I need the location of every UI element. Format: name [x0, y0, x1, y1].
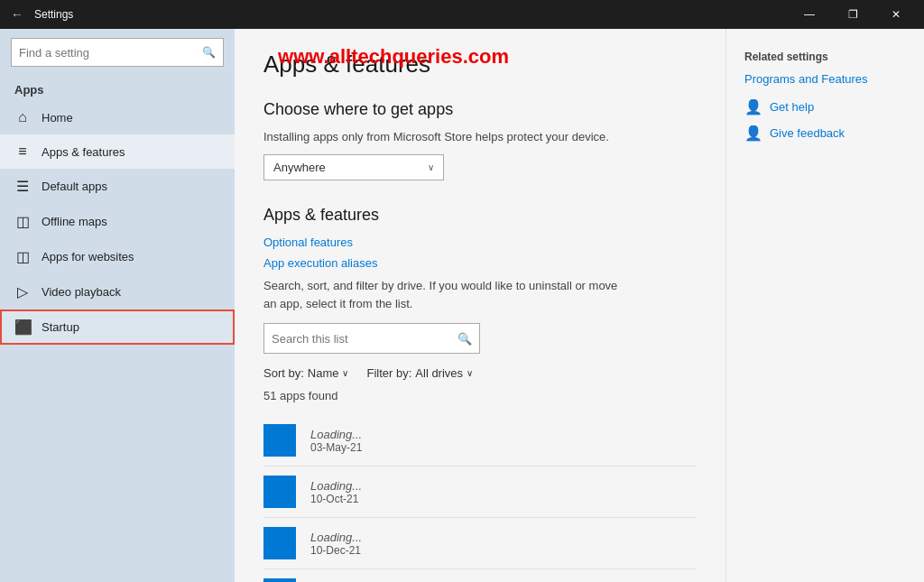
sidebar-item-video-playback-label: Video playback	[42, 285, 121, 299]
app-name-2: Loading...	[310, 479, 697, 493]
app-list: Loading... 03-May-21 Loading... 10-Oct-2…	[263, 415, 697, 582]
app-icon-1	[263, 424, 296, 457]
sidebar-item-apps-websites[interactable]: ◫ Apps for websites	[0, 239, 235, 274]
home-icon: ⌂	[14, 109, 31, 125]
close-button[interactable]: ✕	[875, 0, 917, 29]
app-icon-4	[263, 578, 296, 582]
filter-label: Filter by:	[366, 366, 411, 380]
startup-icon: ⬛	[14, 319, 31, 336]
table-row[interactable]: Loading... 10-Dec-21	[263, 518, 697, 569]
restore-button[interactable]: ❐	[832, 0, 873, 29]
title-bar-title: Settings	[34, 8, 73, 21]
sidebar-item-offline-maps-label: Offline maps	[42, 215, 107, 228]
apps-features-section-title: Apps & features	[263, 206, 697, 225]
sidebar-item-video-playback[interactable]: ▷ Video playback	[0, 274, 235, 309]
sidebar-search-icon: 🔍	[202, 46, 216, 59]
sidebar: 🔍 Apps ⌂ Home ≡ Apps & features ☰ Defaul…	[0, 29, 235, 582]
sort-by-control[interactable]: Sort by: Name ∨	[263, 366, 348, 380]
choose-description: Installing apps only from Microsoft Stor…	[263, 130, 697, 143]
apps-features-icon: ≡	[14, 143, 31, 160]
app-name-3: Loading...	[310, 531, 697, 544]
app-date-3: 10-Dec-21	[310, 544, 697, 557]
app-date-1: 03-May-21	[310, 441, 697, 454]
title-bar-left: ← Settings	[7, 4, 73, 25]
default-apps-icon: ☰	[14, 178, 31, 195]
app-info-2: Loading... 10-Oct-21	[310, 479, 697, 505]
filter-by-control[interactable]: Filter by: All drives ∨	[366, 366, 473, 380]
sidebar-item-default-apps[interactable]: ☰ Default apps	[0, 169, 235, 204]
sidebar-item-apps-websites-label: Apps for websites	[42, 250, 134, 263]
related-settings-title: Related settings	[744, 51, 906, 63]
app-date-2: 10-Oct-21	[310, 493, 697, 505]
title-bar: ← Settings — ❐ ✕	[0, 0, 924, 29]
app-info-3: Loading... 10-Dec-21	[310, 531, 697, 557]
filter-chevron-icon: ∨	[467, 368, 473, 378]
title-bar-controls: — ❐ ✕	[789, 0, 917, 29]
table-row[interactable]: Loading... 03-May-21	[263, 569, 697, 582]
app-search-box[interactable]: 🔍	[263, 323, 480, 354]
sidebar-item-apps-features[interactable]: ≡ Apps & features	[0, 134, 235, 169]
dropdown-arrow-icon: ∨	[428, 162, 434, 172]
app-icon-3	[263, 527, 296, 559]
sort-value: Name	[308, 366, 339, 380]
apps-found-count: 51 apps found	[263, 389, 697, 402]
sidebar-item-default-apps-label: Default apps	[42, 180, 107, 193]
sidebar-section-label: Apps	[0, 76, 235, 100]
sidebar-item-home-label: Home	[42, 111, 73, 125]
anywhere-dropdown[interactable]: Anywhere ∨	[263, 154, 444, 180]
get-help-item[interactable]: 👤 Get help	[744, 98, 906, 115]
filter-value: All drives	[415, 366, 463, 380]
right-panel: Related settings Programs and Features 👤…	[725, 29, 924, 582]
page-title: Apps & features	[263, 51, 697, 79]
sort-chevron-icon: ∨	[342, 368, 348, 378]
optional-features-link[interactable]: Optional features	[263, 236, 697, 249]
app-icon-2	[263, 476, 296, 508]
choose-where-title: Choose where to get apps	[263, 100, 697, 119]
dropdown-value: Anywhere	[273, 161, 326, 174]
table-row[interactable]: Loading... 03-May-21	[263, 415, 697, 467]
sidebar-search-input[interactable]	[19, 46, 202, 60]
sidebar-item-apps-features-label: Apps & features	[42, 145, 125, 159]
sidebar-item-home[interactable]: ⌂ Home	[0, 100, 235, 134]
app-search-input[interactable]	[272, 332, 457, 346]
app-name-1: Loading...	[310, 428, 697, 441]
app-execution-link[interactable]: App execution aliases	[263, 256, 697, 270]
give-feedback-item[interactable]: 👤 Give feedback	[744, 125, 906, 142]
get-help-label[interactable]: Get help	[770, 100, 814, 114]
sidebar-item-startup-label: Startup	[42, 320, 79, 334]
app-info-1: Loading... 03-May-21	[310, 428, 697, 454]
minimize-button[interactable]: —	[789, 0, 830, 29]
sort-label: Sort by:	[263, 366, 304, 380]
app-search-icon: 🔍	[457, 332, 472, 346]
get-help-icon: 👤	[744, 98, 762, 115]
content-area: www.alltechqueries.com Apps & features C…	[235, 29, 725, 582]
offline-maps-icon: ◫	[14, 213, 31, 230]
video-playback-icon: ▷	[14, 283, 31, 300]
apps-websites-icon: ◫	[14, 248, 31, 265]
sidebar-item-startup[interactable]: ⬛ Startup	[0, 309, 235, 345]
sidebar-search-box[interactable]: 🔍	[11, 38, 224, 67]
give-feedback-label[interactable]: Give feedback	[770, 126, 845, 140]
table-row[interactable]: Loading... 10-Oct-21	[263, 467, 697, 518]
main-container: 🔍 Apps ⌂ Home ≡ Apps & features ☰ Defaul…	[0, 29, 924, 582]
programs-features-link[interactable]: Programs and Features	[744, 72, 906, 86]
back-button[interactable]: ←	[7, 4, 27, 25]
filter-description: Search, sort, and filter by drive. If yo…	[263, 277, 624, 312]
sidebar-item-offline-maps[interactable]: ◫ Offline maps	[0, 204, 235, 239]
sort-filter-row: Sort by: Name ∨ Filter by: All drives ∨	[263, 366, 697, 380]
give-feedback-icon: 👤	[744, 125, 762, 142]
